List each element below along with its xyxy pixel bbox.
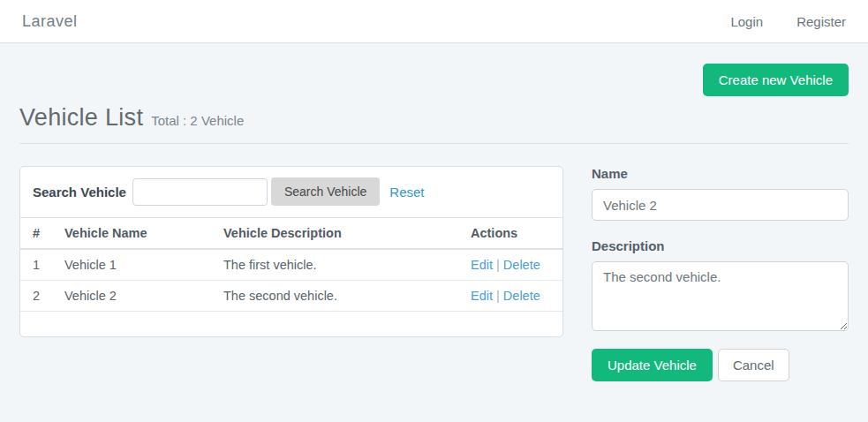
heading-divider: [19, 143, 849, 144]
form-buttons: Update Vehicle Cancel: [592, 349, 849, 381]
edit-link[interactable]: Edit: [471, 289, 493, 303]
total-count-label: Total : 2 Vehicle: [151, 113, 244, 128]
brand-logo[interactable]: Laravel: [22, 12, 78, 31]
create-new-vehicle-button[interactable]: Create new Vehicle: [703, 64, 849, 96]
header-vehicle-description: Vehicle Description: [215, 218, 462, 250]
description-label: Description: [592, 238, 849, 253]
login-link[interactable]: Login: [730, 14, 763, 29]
vehicle-list-card: Search Vehicle Search Vehicle Reset # Ve…: [19, 166, 563, 337]
row-vehicle-description: The first vehicle.: [215, 249, 462, 281]
vehicle-table: # Vehicle Name Vehicle Description Actio…: [20, 217, 562, 312]
search-input[interactable]: [132, 178, 268, 206]
actions-separator: |: [496, 289, 500, 303]
edit-vehicle-form: Name Description The second vehicle. Upd…: [592, 166, 849, 381]
delete-link[interactable]: Delete: [503, 289, 540, 303]
register-link[interactable]: Register: [796, 14, 846, 29]
navbar: Laravel Login Register: [0, 0, 868, 43]
search-label: Search Vehicle: [33, 185, 126, 200]
search-form: Search Vehicle Search Vehicle Reset: [20, 167, 562, 217]
row-actions: Edit | Delete: [462, 281, 562, 312]
row-vehicle-name: Vehicle 2: [56, 281, 215, 312]
delete-link[interactable]: Delete: [503, 258, 540, 272]
table-row: 2 Vehicle 2 The second vehicle. Edit | D…: [20, 281, 562, 312]
row-index: 2: [20, 281, 56, 312]
page-container: Create new Vehicle Vehicle List Total : …: [0, 64, 868, 381]
create-row: Create new Vehicle: [19, 64, 849, 96]
main-area: Search Vehicle Search Vehicle Reset # Ve…: [19, 166, 849, 381]
row-actions: Edit | Delete: [462, 249, 562, 281]
edit-link[interactable]: Edit: [471, 258, 493, 272]
page-title: Vehicle List: [19, 104, 143, 132]
row-vehicle-name: Vehicle 1: [56, 249, 215, 281]
header-vehicle-name: Vehicle Name: [56, 218, 215, 250]
name-field[interactable]: [592, 189, 849, 221]
reset-link[interactable]: Reset: [389, 185, 424, 200]
actions-separator: |: [496, 258, 500, 272]
cancel-button[interactable]: Cancel: [718, 349, 789, 381]
description-field[interactable]: The second vehicle.: [592, 261, 849, 331]
heading-row: Vehicle List Total : 2 Vehicle: [19, 104, 849, 132]
row-vehicle-description: The second vehicle.: [215, 281, 462, 312]
table-row: 1 Vehicle 1 The first vehicle. Edit | De…: [20, 249, 562, 281]
search-button[interactable]: Search Vehicle: [271, 177, 380, 206]
header-actions: Actions: [462, 218, 562, 250]
row-index: 1: [20, 249, 56, 281]
table-header-row: # Vehicle Name Vehicle Description Actio…: [20, 218, 562, 250]
header-index: #: [20, 218, 56, 250]
update-vehicle-button[interactable]: Update Vehicle: [592, 349, 713, 381]
name-label: Name: [592, 166, 849, 181]
nav-links: Login Register: [730, 14, 846, 29]
